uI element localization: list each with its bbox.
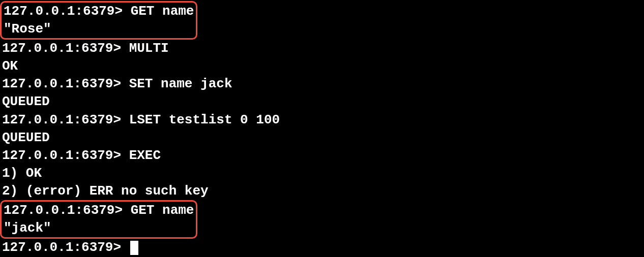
output-line: QUEUED [2, 93, 642, 111]
command-text: SET name jack [129, 76, 232, 91]
highlight-box-2: 127.0.0.1:6379> GET name "jack" [0, 200, 197, 239]
command-line: 127.0.0.1:6379> MULTI [2, 40, 642, 57]
cursor [130, 241, 138, 255]
prompt: 127.0.0.1:6379> [2, 112, 121, 127]
prompt: 127.0.0.1:6379> [2, 41, 121, 56]
command-line: 127.0.0.1:6379> GET name [4, 3, 194, 20]
prompt: 127.0.0.1:6379> [4, 203, 123, 218]
command-text: GET name [131, 203, 194, 218]
command-text: GET name [131, 4, 194, 19]
command-text: LSET testlist 0 100 [129, 112, 280, 127]
command-line: 127.0.0.1:6379> EXEC [2, 147, 642, 165]
output-line: QUEUED [2, 129, 642, 147]
command-text: MULTI [129, 41, 169, 56]
output-line: 2) (error) ERR no such key [2, 182, 642, 200]
command-text: EXEC [129, 148, 161, 163]
command-line: 127.0.0.1:6379> SET name jack [2, 75, 642, 93]
prompt: 127.0.0.1:6379> [2, 240, 121, 255]
output-line: OK [2, 57, 642, 75]
prompt: 127.0.0.1:6379> [4, 4, 123, 19]
prompt: 127.0.0.1:6379> [2, 76, 121, 91]
command-line-active[interactable]: 127.0.0.1:6379> [2, 239, 642, 256]
output-line: "Rose" [4, 20, 194, 38]
output-line: "jack" [4, 219, 194, 237]
highlight-box-1: 127.0.0.1:6379> GET name "Rose" [0, 1, 197, 40]
prompt: 127.0.0.1:6379> [2, 148, 121, 163]
terminal-output: 127.0.0.1:6379> GET name "Rose" 127.0.0.… [2, 1, 642, 256]
output-line: 1) OK [2, 165, 642, 182]
command-line: 127.0.0.1:6379> LSET testlist 0 100 [2, 111, 642, 129]
command-line: 127.0.0.1:6379> GET name [4, 202, 194, 219]
